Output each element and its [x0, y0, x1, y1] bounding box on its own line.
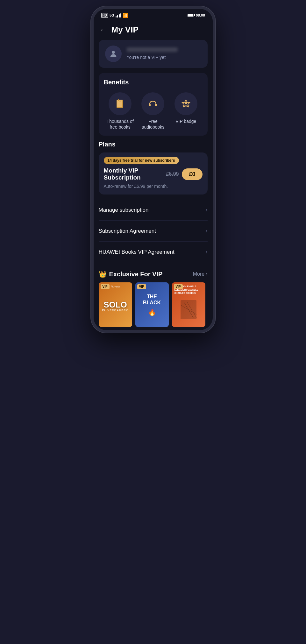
audiobooks-icon-circle: [141, 92, 164, 115]
book-cover-1[interactable]: VIP Novela SOLO EL VERDADERO: [99, 282, 132, 327]
svg-rect-9: [183, 105, 189, 107]
benefit-item-badge: VIP badge: [170, 92, 202, 124]
book2-content: THE BLACK 🔥: [135, 282, 169, 327]
benefit-item-audiobooks: Free audiobooks: [137, 92, 169, 130]
book1-image-area: SOLO EL VERDADERO: [101, 288, 130, 324]
menu-item-subscription-agreement[interactable]: Subscription Agreement ›: [99, 221, 208, 242]
more-chevron-icon: ›: [206, 271, 207, 277]
vip-title-row: 👑 Exclusive For VIP: [99, 270, 163, 278]
plan-row: Monthly VIP Subscription £6.99 £0: [104, 167, 203, 181]
avatar: [105, 46, 122, 62]
vip-badge-icon: [180, 98, 192, 110]
crown-icon: 👑: [99, 270, 107, 278]
avatar-icon: [109, 49, 118, 58]
books-icon-circle: [109, 92, 132, 115]
more-label: More: [193, 271, 204, 277]
chevron-right-icon: ›: [206, 207, 208, 213]
svg-rect-4: [119, 101, 122, 101]
menu-item-manage[interactable]: Manage subscription ›: [99, 200, 208, 221]
plans-section: Plans 14 days free trial for new subscri…: [94, 141, 213, 195]
book2-icon: 🔥: [148, 308, 156, 316]
plan-original-price: £6.99: [166, 171, 179, 177]
plan-note: Auto-renew for £6.99 per month.: [104, 184, 203, 189]
plan-name: Monthly VIP Subscription: [104, 167, 166, 181]
book3-content: FRIEDRICH ENGELSELIZABETH GASKELLCHARLES…: [172, 282, 205, 327]
book-cover-3[interactable]: VIP FRIEDRICH ENGELSELIZABETH GASKELLCHA…: [172, 282, 205, 327]
trial-badge: 14 days free trial for new subscribers: [104, 157, 179, 164]
status-left: HD 5G 📶: [101, 13, 128, 18]
book2-title: THE BLACK: [139, 294, 166, 306]
signal-bar-4: [120, 13, 121, 18]
svg-rect-7: [155, 104, 157, 106]
header: ← My VIP: [94, 20, 213, 40]
more-link[interactable]: More ›: [193, 271, 208, 277]
vip-tag-3: VIP: [174, 284, 183, 289]
benefit-label-badge: VIP badge: [175, 118, 196, 124]
audiobooks-icon: [147, 98, 159, 110]
vip-books-row: VIP Novela SOLO EL VERDADERO VIP THE BLA…: [99, 282, 208, 330]
benefits-grid: Thousands of free books Free audiobooks: [104, 92, 203, 130]
page-title: My VIP: [111, 25, 139, 35]
svg-rect-5: [119, 102, 121, 102]
status-bar: HD 5G 📶 08:08: [94, 9, 213, 20]
book3-image: [174, 295, 203, 325]
signal-bars-icon: [116, 13, 121, 18]
profile-info: You're not a VIP yet: [127, 47, 201, 60]
wifi-icon: 📶: [123, 13, 128, 18]
back-button[interactable]: ←: [100, 26, 107, 33]
profile-status: You're not a VIP yet: [127, 55, 166, 60]
book3-illustration: [179, 299, 198, 321]
benefits-section: Benefits Thousands of free books: [99, 73, 208, 136]
menu-item-huawei-label: HUAWEI Books VIP Agreement: [99, 249, 174, 255]
book-cover-2[interactable]: VIP THE BLACK 🔥: [135, 282, 169, 327]
status-time: 08:08: [196, 13, 205, 17]
signal-bar-3: [119, 14, 120, 18]
network-indicator: 5G: [110, 13, 114, 17]
vip-section-header: 👑 Exclusive For VIP More ›: [99, 270, 208, 278]
vip-exclusive-section: 👑 Exclusive For VIP More › VIP Novela SO…: [94, 265, 213, 330]
book1-content: Novela SOLO EL VERDADERO: [99, 282, 132, 327]
signal-bar-1: [116, 16, 117, 18]
book1-title: SOLO: [102, 301, 128, 309]
badge-icon-circle: [174, 92, 197, 115]
menu-item-manage-label: Manage subscription: [99, 207, 149, 213]
books-icon: [114, 98, 126, 110]
benefit-item-books: Thousands of free books: [104, 92, 136, 130]
menu-item-subscription-label: Subscription Agreement: [99, 228, 156, 234]
menu-section: Manage subscription › Subscription Agree…: [94, 200, 213, 262]
vip-tag-1: VIP: [101, 284, 110, 289]
main-content: You're not a VIP yet Benefits: [94, 40, 213, 136]
phone-frame: HD 5G 📶 08:08 ← My VIP: [91, 6, 215, 333]
battery-icon: [187, 14, 194, 17]
book1-subtitle: EL VERDADERO: [102, 309, 128, 312]
svg-rect-3: [118, 99, 119, 101]
vip-tag-2: VIP: [137, 284, 146, 289]
plan-price-button[interactable]: £0: [182, 168, 202, 180]
hd-badge: HD: [101, 13, 108, 18]
vip-exclusive-title: Exclusive For VIP: [109, 271, 163, 278]
svg-point-0: [112, 51, 115, 54]
status-right: 08:08: [187, 13, 205, 17]
svg-point-8: [185, 103, 187, 104]
profile-card: You're not a VIP yet: [99, 40, 208, 68]
menu-item-huawei-agreement[interactable]: HUAWEI Books VIP Agreement ›: [99, 242, 208, 262]
benefit-label-books: Thousands of free books: [104, 118, 136, 130]
signal-bar-2: [117, 15, 118, 18]
profile-name-blurred: [127, 47, 178, 52]
battery-fill: [188, 14, 193, 17]
chevron-right-icon-2: ›: [206, 228, 208, 234]
benefits-title: Benefits: [104, 79, 203, 86]
benefit-label-audiobooks: Free audiobooks: [137, 118, 169, 130]
svg-rect-6: [149, 104, 151, 106]
chevron-right-icon-3: ›: [206, 249, 208, 255]
plan-card: 14 days free trial for new subscribers M…: [99, 152, 208, 195]
plans-title: Plans: [99, 141, 208, 148]
